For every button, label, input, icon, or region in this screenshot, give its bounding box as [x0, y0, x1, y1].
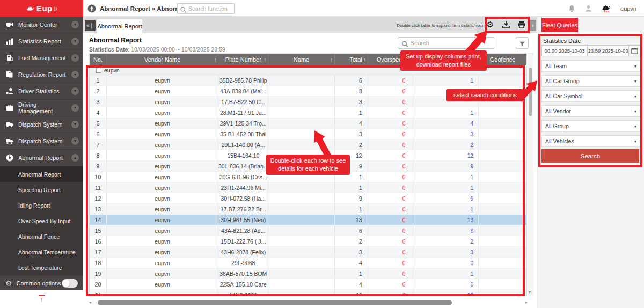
cell-plate-number: 15D1-222.76 ( J... — [218, 236, 268, 247]
function-search-box[interactable] — [177, 3, 235, 14]
cell-geofence — [478, 118, 526, 129]
table-row[interactable]: 13eupvn17.B7-276.22 Br...101 — [90, 204, 526, 215]
sidebar-collapse-button[interactable]: «❘ — [85, 20, 96, 31]
table-row[interactable]: 4eupvn28.M1-117.91 Ja...101 — [90, 107, 526, 118]
download-icon[interactable] — [501, 20, 510, 29]
column-header-plate-number[interactable]: Plate Number↕ — [218, 54, 268, 65]
horizontal-scrollbar-thumb[interactable] — [98, 300, 452, 305]
table-hint-text: Double click table to expand item detail… — [397, 23, 483, 28]
cell-no: 3 — [90, 97, 106, 107]
sidebar-item-dispatch-system[interactable]: Dispatch System▾ — [0, 116, 83, 133]
app-logo[interactable]: Eup )) — [0, 0, 83, 17]
scroll-left-icon[interactable]: ◂ — [89, 300, 93, 305]
sort-icon[interactable]: ↕ — [363, 57, 366, 62]
logo-signal-marks: )) — [54, 6, 57, 11]
cell-extra: 1 — [413, 172, 479, 182]
cell-plate-number: 30L-836.14 (Brian... — [218, 161, 268, 172]
sidebar-subitem-over-speed-by-input[interactable]: Over Speed By Input — [0, 213, 83, 229]
column-header-name[interactable]: Name↕ — [268, 54, 334, 65]
statistics-date-label: Statistics Date — [89, 46, 128, 53]
panel-collapse-button[interactable]: › — [530, 20, 536, 31]
table-row[interactable]: 17eupvn43H6-2878 (Felix)303 — [90, 247, 526, 258]
sidebar-item-driving-management[interactable]: Driving Management▾ — [0, 100, 83, 116]
filter-select-all-car-symbol[interactable]: All Car Symbol▾ — [541, 90, 640, 102]
date-to-input[interactable] — [588, 45, 629, 56]
group-checkbox[interactable] — [96, 68, 101, 73]
filter-select-all-vendor[interactable]: All Vendor▾ — [541, 105, 640, 117]
sidebar-subitem-idling-report[interactable]: Idling Report — [0, 197, 83, 213]
sort-icon[interactable]: ↕ — [264, 57, 267, 62]
column-header-total[interactable]: Total↕ — [334, 54, 368, 65]
table-row[interactable]: 5eupvn29V1-125.34 Trọ...404 — [90, 118, 526, 129]
sidebar-item-driver-statistics[interactable]: Driver Statistics▾ — [0, 83, 83, 100]
sidebar-item-common-options[interactable]: ⚙ Common options — [0, 275, 83, 290]
sidebar-subitem-abnormal-fence[interactable]: Abnormal Fence — [0, 229, 83, 244]
sidebar-item-dispatch-system[interactable]: Dispatch System▾ — [0, 133, 83, 150]
function-search-input[interactable] — [188, 5, 230, 12]
tab-abnormal-report[interactable]: Abnormal Report — [97, 19, 142, 33]
filter-select-all-car-group[interactable]: All Car Group▾ — [541, 75, 640, 87]
cell-name — [268, 129, 334, 140]
username[interactable]: eupvn — [620, 5, 636, 12]
table-row[interactable]: 7eupvn29L1-140.00 (A...202 — [90, 140, 526, 150]
table-row[interactable]: 20eupvn22SA-155.10 Care400 — [90, 279, 526, 290]
table-row[interactable]: 21eupvn14N6-865113013 — [90, 290, 526, 296]
sidebar-subitem-abnormal-report[interactable]: Abnormal Report — [0, 166, 83, 182]
scroll-down-icon[interactable]: ▾ — [529, 290, 531, 295]
sidebar-subitem-abnormal-temperature[interactable]: Abnormal Temperature — [0, 244, 83, 260]
sidebar-item-regulation-report[interactable]: Regulation Report▾ — [0, 67, 83, 83]
monitor-center-icon — [5, 20, 14, 29]
print-icon[interactable] — [517, 20, 526, 29]
statistics-date-line: Statistics Date: 10/03/2025 00:00 ~ 10/0… — [89, 46, 225, 53]
common-options-toggle[interactable] — [62, 279, 78, 288]
table-row[interactable]: 15eupvn43A-821.28 (Ad...606 — [90, 225, 526, 236]
sidebar-item-abnormal-report[interactable]: Abnormal Report▴ — [0, 150, 83, 166]
table-row[interactable]: 14eupvn30H-961.55 (Neo)13013 — [90, 215, 526, 225]
search-button[interactable]: Search — [541, 149, 639, 163]
cell-extra: 9 — [413, 161, 479, 172]
chevron-down-icon: ▾ — [71, 38, 79, 45]
date-from-input[interactable] — [541, 45, 588, 56]
cell-name — [268, 279, 334, 290]
bell-icon[interactable] — [568, 4, 576, 13]
table-row[interactable]: 18eupvn29L-9068400 — [90, 258, 526, 268]
collapse-to-top-icon[interactable]: ↑ — [39, 295, 45, 303]
filter-select-all-team[interactable]: All Team▾ — [541, 60, 640, 72]
sidebar-item-statistics-report[interactable]: Statistics Report▾ — [0, 33, 83, 50]
table-search-input[interactable] — [411, 40, 491, 46]
scroll-right-icon[interactable]: ▸ — [523, 300, 528, 305]
cell-vendor-name: eupvn — [106, 290, 218, 296]
column-header-vendor-name[interactable]: Vendor Name↕ — [106, 54, 218, 65]
fleet-queries-tab[interactable]: Fleet Queries — [541, 18, 578, 32]
sort-icon[interactable]: ↕ — [214, 57, 217, 62]
calendar-button[interactable] — [629, 45, 640, 56]
vertical-scrollbar-thumb[interactable] — [529, 68, 532, 116]
annotation-search-note: select search conditions — [446, 89, 524, 101]
horizontal-scrollbar-track[interactable] — [93, 300, 523, 305]
cell-extra: 0 — [413, 258, 479, 268]
cell-plate-number: 30G-631.96 (Cris... — [218, 172, 268, 182]
vertical-scrollbar[interactable]: ▾ — [528, 53, 533, 296]
user-icon[interactable] — [584, 4, 592, 12]
table-row[interactable]: 11eupvn23H1-244.96 Mi...101 — [90, 182, 526, 193]
filter-select-all-vehicles[interactable]: All Vehicles▾ — [541, 135, 640, 147]
table-row[interactable]: 16eupvn15D1-222.76 ( J...202 — [90, 236, 526, 247]
table-search-box[interactable] — [398, 37, 494, 49]
sidebar-subitem-speeding-report[interactable]: Speeding Report — [0, 182, 83, 197]
sort-icon[interactable]: ↕ — [330, 57, 333, 62]
filter-select-all-group[interactable]: All Group▾ — [541, 120, 640, 132]
sidebar-item-monitor-center[interactable]: Monitor Center▾ — [0, 17, 83, 33]
table-row[interactable]: 6eupvn35.B1-452.08 Thái303 — [90, 129, 526, 140]
sidebar-subitem-lost-temperature[interactable]: Lost Temperature — [0, 260, 83, 275]
sidebar-item-fuel-management[interactable]: Fuel Management▾ — [0, 50, 83, 67]
cell-no: 15 — [90, 225, 106, 236]
cell-extra: 3 — [413, 247, 479, 258]
table-row[interactable]: 1eupvn35B2-985.78 Philip601 — [90, 75, 526, 86]
table-row[interactable]: 19eupvn36AB-570.15 BOM101 — [90, 268, 526, 279]
settings-gear-icon[interactable]: ⚙ — [486, 20, 495, 29]
cell-extra: 0 — [413, 279, 479, 290]
cell-vendor-name: eupvn — [106, 97, 218, 107]
filter-button[interactable] — [516, 37, 529, 49]
horizontal-scrollbar[interactable]: ◂ ▸ — [89, 299, 528, 305]
table-row[interactable]: 12eupvn30H-072.58 (Ha...909 — [90, 193, 526, 204]
